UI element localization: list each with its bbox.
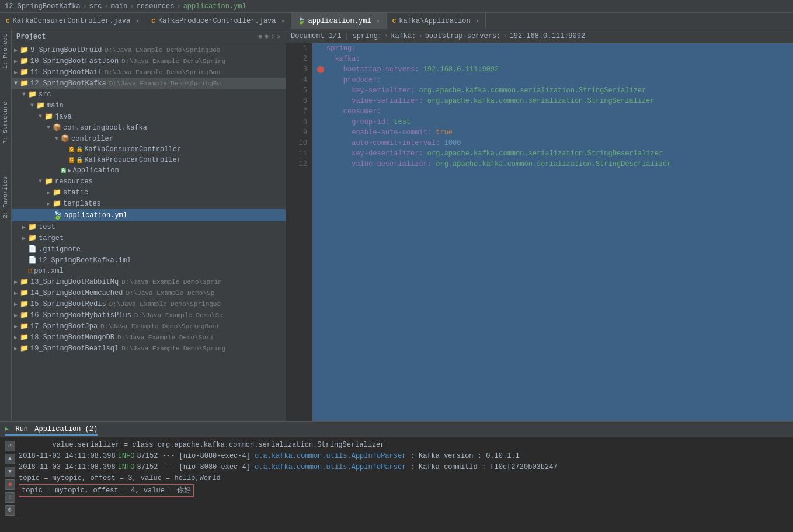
scroll-up-btn[interactable]: ▲ — [5, 454, 15, 464]
sidebar-item-memcached[interactable]: ▶ 📁 14_SpringBootMemcached D:\Java Examp… — [12, 287, 286, 298]
item-label: 17_SpringBootJpa — [30, 322, 98, 331]
run-tab[interactable]: ▶ Run Application (2) — [5, 423, 98, 436]
item-label: 12_SpringBootKafka — [30, 79, 106, 88]
breadcrumb-bootstrap[interactable]: bootstrap-servers: — [425, 32, 501, 40]
expand-arrow[interactable]: ▶ — [12, 69, 20, 76]
sidebar-item-mail[interactable]: ▶ 📁 11_SpringBootMail D:\Java Example De… — [12, 67, 286, 78]
folder-icon: 📦 — [61, 134, 69, 143]
console-log-line: 2018-11-03 14:11:08.398 INFO 87152 --- [… — [19, 462, 788, 472]
sidebar-item-druid[interactable]: ▶ 📁 9_SpringBootDruid D:\Java Example De… — [12, 44, 286, 55]
expand-arrow[interactable]: ▶ — [20, 235, 28, 242]
expand-arrow[interactable]: ▼ — [36, 113, 44, 120]
expand-arrow[interactable]: ▼ — [44, 124, 53, 131]
expand-arrow[interactable]: ▶ — [12, 301, 20, 308]
restart-btn[interactable]: ↺ — [5, 441, 15, 451]
line-number: 9 — [286, 127, 307, 138]
console-content: ↺ ▲ ▼ ■ ⏸ ⚙ value.serializer = class org… — [0, 437, 793, 532]
line-number: 11 — [286, 148, 307, 159]
sidebar-item-gitignore[interactable]: ▶ 📄 .gitignore — [12, 244, 286, 255]
close-icon[interactable]: ✕ — [476, 18, 479, 25]
expand-arrow[interactable]: ▶ — [12, 58, 20, 65]
sidebar-item-consumer-ctrl[interactable]: ▶ C 🔒 KafkaConsumerController — [12, 144, 286, 155]
editor-toolbar: Document 1/1 | spring: › kafka: › bootst… — [286, 29, 793, 43]
sidebar-item-application-yml[interactable]: ▶ 🍃 application.yml — [12, 209, 286, 221]
close-icon[interactable]: ✕ — [135, 18, 139, 25]
line-number: 6 — [286, 96, 307, 106]
sidebar-item-rabbitmq[interactable]: ▶ 📁 13_SpringBootRabbitMq D:\Java Exampl… — [12, 276, 286, 287]
sidebar-item-main[interactable]: ▼ 📁 main — [12, 100, 286, 111]
breadcrumb-kafka[interactable]: kafka: — [391, 32, 416, 40]
tab-kafka-application[interactable]: C kafka\Application ✕ — [387, 13, 486, 29]
sidebar-item-jpa[interactable]: ▶ 📁 17_SpringBootJpa D:\Java Example Dem… — [12, 321, 286, 332]
log-text: value.serializer = class org.apache.kafk… — [19, 440, 385, 450]
breadcrumb-item[interactable]: main — [111, 2, 128, 11]
expand-arrow[interactable]: ▶ — [12, 323, 20, 330]
tab-kafka-consumer[interactable]: C KafkaConsumerController.java ✕ — [0, 13, 145, 29]
scroll-down-btn[interactable]: ▼ — [5, 467, 15, 477]
sidebar-item-package[interactable]: ▼ 📦 com.springboot.kafka — [12, 122, 286, 133]
sidebar-item-resources[interactable]: ▼ 📁 resources — [12, 176, 286, 187]
editor-content[interactable]: 1 2 3 4 5 6 7 8 9 10 11 12 spring: — [286, 43, 793, 421]
sidebar-control-btn[interactable]: ⊕ — [259, 33, 263, 40]
item-path: D:\Java Example Demo\SpringBo — [109, 80, 221, 87]
tab-kafka-producer[interactable]: C KafkaProducerController.java ✕ — [145, 13, 291, 29]
sidebar-control-btn[interactable]: ✕ — [277, 33, 281, 40]
expand-arrow[interactable]: ▶ — [44, 189, 53, 196]
expand-arrow[interactable]: ▼ — [28, 102, 36, 109]
sidebar-item-mongodb[interactable]: ▶ 📁 18_SpringBootMongoDB D:\Java Example… — [12, 332, 286, 343]
breadcrumb-item-active[interactable]: application.yml — [183, 2, 246, 11]
breadcrumb-item[interactable]: src — [89, 2, 102, 11]
code-text[interactable]: spring: kafka: bootstrap-servers: 192.16… — [312, 43, 793, 421]
expand-arrow[interactable]: ▶ — [20, 224, 28, 231]
close-icon[interactable]: ✕ — [281, 18, 285, 25]
sidebar-control-btn[interactable]: ⚙ — [265, 33, 269, 40]
close-icon[interactable]: ✕ — [377, 18, 380, 25]
sidebar-control-btn[interactable]: ↕ — [271, 33, 275, 40]
expand-arrow[interactable]: ▶ — [44, 200, 53, 207]
sidebar-item-redis[interactable]: ▶ 📁 15_SpringBootRedis D:\Java Example D… — [12, 298, 286, 310]
tab-label: KafkaConsumerController.java — [13, 17, 131, 25]
expand-arrow[interactable]: ▼ — [20, 91, 28, 98]
settings-btn[interactable]: ⚙ — [5, 505, 15, 516]
sidebar-item-templates[interactable]: ▶ 📁 templates — [12, 198, 286, 209]
breadcrumb-item[interactable]: 12_SpringBootKafka — [5, 2, 81, 11]
structure-tab[interactable]: 7: Structure — [1, 97, 10, 148]
expand-arrow[interactable]: ▶ — [12, 334, 20, 341]
expand-arrow[interactable]: ▶ — [12, 47, 20, 54]
sidebar-item-mybatisplus[interactable]: ▶ 📁 16_SpringBootMybatisPlus D:\Java Exa… — [12, 310, 286, 321]
sidebar-item-fastjson[interactable]: ▶ 📁 10_SpringBootFastJson D:\Java Exampl… — [12, 55, 286, 67]
expand-arrow[interactable]: ▶ — [12, 279, 20, 286]
sidebar-item-producer-ctrl[interactable]: ▶ C 🔒 KafkaProducerController — [12, 155, 286, 165]
sidebar-item-static[interactable]: ▶ 📁 static — [12, 187, 286, 198]
item-label: 14_SpringBootMemcached — [30, 289, 123, 297]
expand-arrow[interactable]: ▶ — [12, 312, 20, 319]
tab-application-yml[interactable]: 🍃 application.yml ✕ — [291, 13, 387, 29]
pause-btn[interactable]: ⏸ — [5, 492, 15, 503]
sidebar-item-application[interactable]: ▶ A ▶ Application — [12, 165, 286, 176]
sidebar-item-target[interactable]: ▶ 📁 target — [12, 232, 286, 244]
code-indent — [326, 117, 352, 127]
sidebar-item-kafka[interactable]: ▼ 📁 12_SpringBootKafka D:\Java Example D… — [12, 78, 286, 89]
expand-arrow[interactable]: ▶ — [12, 290, 20, 297]
sidebar-item-java[interactable]: ▼ 📁 java — [12, 111, 286, 122]
line-number: 7 — [286, 106, 307, 117]
sidebar-item-iml[interactable]: ▶ 📄 12_SpringBootKafka.iml — [12, 255, 286, 266]
favorites-tab[interactable]: 2: Favorites — [1, 172, 10, 223]
expand-arrow[interactable]: ▶ — [12, 345, 20, 352]
line-number: 4 — [286, 75, 307, 85]
sidebar-item-test[interactable]: ▶ 📁 test — [12, 221, 286, 232]
sidebar-item-src[interactable]: ▼ 📁 src — [12, 89, 286, 100]
code-indent — [326, 127, 352, 138]
code-text: org.apache.kafka.common.serialization.St… — [423, 96, 655, 106]
breadcrumb-spring[interactable]: spring: — [353, 32, 382, 40]
expand-arrow[interactable]: ▼ — [53, 135, 61, 142]
breadcrumb-item[interactable]: resources — [137, 2, 175, 11]
expand-arrow[interactable]: ▼ — [12, 80, 20, 86]
sidebar-item-pom[interactable]: ▶ m pom.xml — [12, 266, 286, 276]
project-tab[interactable]: 1: Project — [1, 29, 10, 74]
expand-arrow[interactable]: ▼ — [36, 178, 44, 185]
project-sidebar: Project ⊕ ⚙ ↕ ✕ ▶ 📁 9_SpringBootDruid D:… — [12, 29, 286, 421]
sidebar-item-beatlsql[interactable]: ▶ 📁 19_SpringBootBeatlsql D:\Java Exampl… — [12, 343, 286, 354]
stop-btn[interactable]: ■ — [5, 479, 15, 490]
sidebar-item-controller-pkg[interactable]: ▼ 📦 controller — [12, 133, 286, 144]
